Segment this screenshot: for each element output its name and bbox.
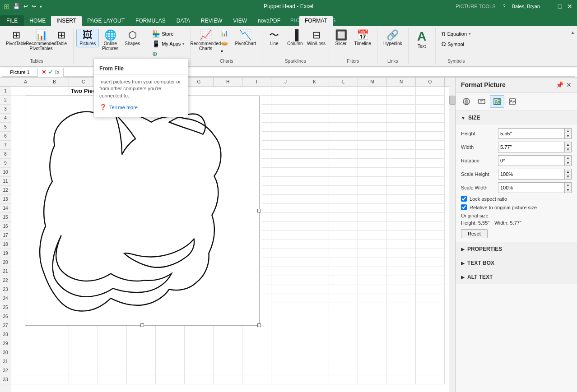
filters-group-label: Filters: [347, 58, 359, 64]
height-spin-down[interactable]: ▼: [565, 134, 571, 138]
scale-width-spin-up[interactable]: ▲: [565, 183, 571, 188]
undo-icon[interactable]: ↩: [23, 3, 28, 9]
height-input[interactable]: [498, 129, 564, 138]
help-icon[interactable]: ?: [503, 4, 506, 9]
equation-button[interactable]: π Equation ▾: [438, 29, 474, 38]
equation-icon: π: [442, 30, 446, 37]
column-sparkline-icon: ▐: [292, 30, 299, 40]
orig-height-value: 5.55": [478, 220, 489, 226]
alt-text-section-header[interactable]: ▶ ALT TEXT: [456, 270, 577, 284]
table-button[interactable]: ⊞ Table: [52, 29, 70, 47]
panel-close-icon[interactable]: ✕: [566, 81, 572, 88]
vertical-scrollbar[interactable]: [449, 78, 455, 392]
tab-view[interactable]: VIEW: [228, 16, 252, 26]
puppet-image[interactable]: [25, 96, 260, 326]
line-sparkline-icon: 〜: [269, 30, 279, 40]
scale-height-input[interactable]: [498, 169, 564, 179]
scale-width-spin-down[interactable]: ▼: [565, 188, 571, 193]
reset-button[interactable]: Reset: [461, 229, 488, 238]
height-spin-up[interactable]: ▲: [565, 129, 571, 134]
scale-height-spin-up[interactable]: ▲: [565, 169, 571, 174]
picture-corrections-tab[interactable]: [505, 95, 520, 108]
name-box[interactable]: [2, 68, 38, 77]
online-pictures-button[interactable]: 🌐 Online Pictures: [100, 29, 121, 52]
rotation-input[interactable]: [498, 156, 564, 166]
column-sparkline-button[interactable]: ▐ Column: [284, 29, 306, 47]
rotation-spin-up[interactable]: ▲: [565, 156, 571, 161]
row-6: 6: [0, 132, 11, 141]
effects-tab[interactable]: [475, 95, 489, 108]
tab-novapdf[interactable]: novaPDF: [252, 16, 286, 26]
recommended-apps-button[interactable]: ⊕: [149, 49, 163, 59]
orig-width-label: Width:: [494, 220, 508, 226]
tab-page-layout[interactable]: PAGE LAYOUT: [82, 16, 130, 26]
timeline-button[interactable]: 📅 Timeline: [351, 29, 374, 47]
svg-rect-3: [495, 100, 497, 101]
pictures-button[interactable]: 🖼 Pictures: [76, 29, 99, 47]
row-20: 20: [0, 258, 11, 267]
tab-formulas[interactable]: FORMULAS: [130, 16, 171, 26]
store-button[interactable]: 🏪 Store: [149, 29, 177, 39]
format-panel-title: Format Picture: [461, 81, 506, 88]
tab-file[interactable]: FILE: [0, 15, 24, 26]
tab-review[interactable]: REVIEW: [195, 16, 228, 26]
minimize-btn[interactable]: –: [546, 3, 554, 10]
handle-bottom-right[interactable]: [257, 323, 261, 327]
symbol-button[interactable]: Ω Symbol: [438, 39, 467, 49]
image-container[interactable]: Two Piece Puppet Head Pattern: [11, 87, 262, 326]
rotation-spin-down[interactable]: ▼: [565, 161, 571, 166]
slicer-button[interactable]: 🔲 Slicer: [332, 29, 350, 47]
ribbon-group-sparklines: 〜 Line ▐ Column ⊟ Win/Loss Sparklines: [262, 28, 329, 65]
size-section-label: SIZE: [468, 115, 480, 121]
panel-pin-icon[interactable]: 📌: [556, 81, 563, 88]
size-section-header[interactable]: ▼ SIZE: [456, 111, 577, 125]
recommended-pivottables-button[interactable]: 📊 Recommended PivotTables: [31, 29, 51, 52]
text-button[interactable]: A Text: [413, 29, 431, 50]
row-18: 18: [0, 240, 11, 249]
close-btn[interactable]: ✕: [566, 3, 573, 10]
pie-chart-button[interactable]: 🥧: [218, 38, 231, 47]
line-sparkline-button[interactable]: 〜 Line: [265, 29, 283, 47]
pivotchart-button[interactable]: 📉 PivotChart: [232, 29, 259, 47]
properties-section-header[interactable]: ▶ PROPERTIES: [456, 242, 577, 256]
tab-format[interactable]: FORMAT: [299, 16, 333, 26]
tab-insert[interactable]: INSERT: [51, 16, 82, 26]
width-input[interactable]: [498, 142, 564, 152]
row-23: 23: [0, 285, 11, 294]
row-30: 30: [0, 348, 11, 357]
text-box-section-header[interactable]: ▶ TEXT BOX: [456, 256, 577, 270]
winloss-sparkline-button[interactable]: ⊟ Win/Loss: [307, 29, 326, 47]
customize-icon[interactable]: ▾: [40, 4, 42, 9]
my-apps-button[interactable]: 📱 My Apps ▾: [149, 39, 188, 49]
ribbon-collapse-btn[interactable]: ▲: [568, 28, 577, 37]
handle-middle-right[interactable]: [257, 209, 261, 212]
confirm-formula-icon[interactable]: ✓: [48, 69, 53, 75]
bar-chart-button[interactable]: 📊: [218, 29, 231, 37]
scale-height-spin-down[interactable]: ▼: [565, 174, 571, 179]
cancel-formula-icon[interactable]: ✕: [42, 69, 47, 75]
lock-aspect-checkbox[interactable]: [461, 196, 467, 202]
online-pictures-icon: 🌐: [104, 30, 116, 40]
width-spin-up[interactable]: ▲: [565, 142, 571, 147]
save-icon[interactable]: 💾: [13, 3, 20, 9]
relative-original-checkbox[interactable]: [461, 204, 467, 210]
insert-function-icon[interactable]: fx: [55, 69, 60, 75]
hyperlink-button[interactable]: 🔗 Hyperlink: [380, 29, 405, 47]
handle-bottom-center[interactable]: [140, 323, 144, 327]
fill-effects-tab[interactable]: [459, 95, 474, 108]
scale-height-label: Scale Height: [461, 171, 498, 177]
redo-icon[interactable]: ↪: [32, 3, 36, 9]
tell-me-more-link[interactable]: ❓ Tell me more: [94, 101, 188, 113]
row-10: 10: [0, 168, 11, 177]
tab-data[interactable]: DATA: [171, 16, 195, 26]
svg-rect-5: [495, 102, 497, 104]
recommended-charts-button[interactable]: 📈 Recommended Charts: [194, 29, 217, 52]
layout-properties-tab[interactable]: [490, 95, 504, 108]
shapes-button[interactable]: ⬡ Shapes: [121, 29, 143, 47]
tab-home[interactable]: HOME: [24, 16, 51, 26]
maximize-btn[interactable]: □: [556, 3, 563, 10]
width-spin-down[interactable]: ▼: [565, 147, 571, 152]
more-charts-button[interactable]: ▾: [218, 48, 231, 55]
col-header-j: J: [271, 78, 300, 86]
scale-width-input[interactable]: [498, 183, 564, 193]
